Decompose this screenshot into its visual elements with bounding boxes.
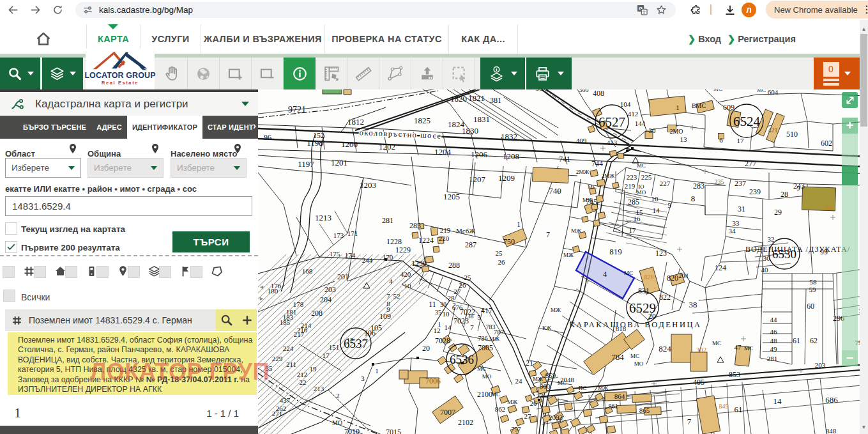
map-label: 104 bbox=[620, 100, 631, 108]
scroll-down-icon[interactable]: ▼ bbox=[860, 423, 868, 432]
first-200-checkbox[interactable] bbox=[5, 241, 17, 253]
map-label: 9 bbox=[796, 184, 800, 192]
map-label: МЖ bbox=[571, 228, 582, 234]
parcel-line bbox=[437, 275, 443, 292]
map-label: 229 bbox=[272, 355, 283, 362]
tool-zoom-in-rect[interactable] bbox=[220, 58, 252, 89]
page-number[interactable]: 1 bbox=[14, 405, 21, 421]
layer-checkbox-4[interactable] bbox=[96, 266, 109, 278]
browser-back-button[interactable] bbox=[5, 2, 21, 18]
map-label: 1230 bbox=[411, 259, 427, 268]
tab-star-ident[interactable]: СТАР ИДЕНТ bbox=[202, 116, 258, 139]
map-viewport[interactable]: 9721181215296119812001202120412061208741… bbox=[258, 89, 860, 434]
cadastral-map[interactable]: 9721181215296119812001202120412061208741… bbox=[258, 89, 860, 434]
tool-layers-dropdown[interactable] bbox=[42, 58, 83, 89]
site-settings-icon bbox=[82, 4, 93, 15]
nav-tab-zhalbi[interactable]: ЖАЛБИ И ВЪЗРАЖЕНИЯ bbox=[201, 24, 324, 54]
chrome-update-pill[interactable]: New Chrome available bbox=[766, 1, 868, 19]
browser-reload-button[interactable] bbox=[50, 2, 66, 18]
map-label: 61 bbox=[735, 405, 743, 414]
result-row[interactable]: Поземлен имот 14831.6529.4 с. Герман bbox=[5, 309, 216, 331]
map-label: 2МЖ bbox=[602, 173, 616, 179]
tool-measure-area[interactable] bbox=[379, 58, 411, 89]
map-label: МС bbox=[637, 162, 646, 169]
tool-upload[interactable] bbox=[411, 58, 443, 89]
tab-adres[interactable]: АДРЕС bbox=[91, 116, 127, 139]
map-label: 7028 bbox=[435, 336, 450, 345]
current-view-checkbox[interactable] bbox=[5, 222, 17, 235]
scroll-up-icon[interactable]: ▲ bbox=[860, 25, 868, 34]
scrollbar-thumb[interactable] bbox=[860, 34, 867, 127]
panel-collapse-arrows[interactable]: ◄► bbox=[259, 281, 264, 304]
register-link[interactable]: ❯Регистрация bbox=[727, 24, 796, 54]
tool-measure-scale[interactable] bbox=[316, 58, 347, 89]
map-label: МО bbox=[634, 360, 644, 367]
result-add-button[interactable] bbox=[241, 314, 254, 327]
map-zoom-in-button[interactable]: + bbox=[842, 118, 858, 134]
municipality-select[interactable]: Изберете bbox=[88, 158, 164, 178]
map-label: 4 bbox=[389, 277, 393, 285]
map-label: 19 bbox=[310, 365, 317, 373]
all-layers-label: Всички bbox=[21, 292, 50, 302]
tab-identifikator[interactable]: ИДЕНТИФИКАТОР bbox=[127, 116, 202, 139]
address-bar[interactable]: kais.cadastre.bg/bg/Map G文 bbox=[75, 2, 676, 18]
map-label: МС bbox=[712, 340, 721, 346]
region-select[interactable]: Изберете bbox=[5, 158, 81, 178]
all-layers-checkbox[interactable] bbox=[3, 290, 15, 302]
map-zoom-out-button[interactable]: − bbox=[842, 350, 858, 366]
browser-forward-button[interactable] bbox=[27, 2, 43, 18]
nav-tab-kak-da[interactable]: КАК ДА... bbox=[448, 24, 517, 54]
layer-checkbox-6[interactable] bbox=[159, 266, 171, 278]
profile-avatar[interactable]: Л bbox=[742, 3, 756, 17]
map-zoom-handle[interactable] bbox=[842, 166, 858, 185]
map-label: 865 bbox=[639, 407, 650, 414]
page-scrollbar[interactable]: ▲ ▼ bbox=[860, 20, 868, 434]
map-label: МЖ bbox=[507, 399, 518, 405]
map-label: 1209 bbox=[498, 173, 515, 183]
map-full-extent-button[interactable] bbox=[842, 92, 858, 108]
tool-pan[interactable] bbox=[156, 58, 188, 89]
settlement-select[interactable]: Изберете bbox=[171, 158, 247, 178]
layer-checkbox-1[interactable] bbox=[3, 266, 15, 278]
layer-checkbox-5[interactable] bbox=[128, 266, 140, 278]
url-text[interactable]: kais.cadastre.bg/bg/Map bbox=[99, 5, 636, 15]
ekatte-label: екатте ИЛИ екатте • район • имот • сград… bbox=[5, 184, 197, 194]
result-zoom-button[interactable] bbox=[220, 313, 234, 327]
tool-print-dropdown[interactable] bbox=[526, 58, 572, 89]
tool-globe[interactable] bbox=[188, 58, 220, 89]
layer-checkbox-2[interactable] bbox=[34, 266, 46, 278]
tool-measure-distance[interactable] bbox=[347, 58, 379, 89]
tool-zoom-out-rect[interactable] bbox=[252, 58, 284, 89]
building bbox=[590, 169, 598, 176]
hatch-line bbox=[626, 212, 667, 220]
search-button[interactable]: ТЪРСИ bbox=[172, 231, 250, 252]
site-settings-icon[interactable] bbox=[82, 4, 93, 15]
map-label: 784 bbox=[611, 352, 624, 362]
nav-home[interactable] bbox=[0, 24, 86, 54]
layer-checkbox-7[interactable] bbox=[190, 266, 202, 278]
downloads-button[interactable] bbox=[722, 2, 738, 18]
tool-select-region[interactable] bbox=[443, 58, 475, 89]
nav-tab-proverka[interactable]: ПРОВЕРКА НА СТАТУС bbox=[324, 24, 448, 54]
tool-search-dropdown[interactable] bbox=[0, 58, 40, 89]
translate-button[interactable]: G文 bbox=[636, 4, 648, 16]
map-label: 741 bbox=[559, 155, 570, 164]
tool-info-layers-dropdown[interactable] bbox=[480, 58, 525, 89]
extensions-button[interactable] bbox=[688, 2, 704, 18]
tab-barzo-tarsene[interactable]: БЪРЗО ТЪРСЕНЕ bbox=[18, 116, 91, 139]
tabs-scroll-right-icon[interactable]: › bbox=[253, 120, 256, 132]
map-label: 40 bbox=[761, 266, 769, 274]
identifier-input[interactable] bbox=[5, 196, 252, 216]
bookmark-button[interactable] bbox=[655, 4, 667, 16]
login-link[interactable]: ❯Вход bbox=[688, 24, 721, 54]
tool-selection-list[interactable]: 0 bbox=[814, 58, 860, 89]
map-label: 1202 bbox=[379, 142, 395, 151]
panel-header[interactable]: Кадастрална карта и регистри bbox=[0, 92, 258, 116]
layer-checkbox-3[interactable] bbox=[65, 266, 77, 278]
printer-icon bbox=[534, 65, 551, 82]
map-label: 213 bbox=[314, 385, 324, 392]
browser-menu-button[interactable] bbox=[861, 4, 868, 15]
map-label: 1831 bbox=[473, 114, 490, 124]
tool-info[interactable] bbox=[284, 58, 316, 89]
toolbar-divider bbox=[710, 4, 712, 15]
